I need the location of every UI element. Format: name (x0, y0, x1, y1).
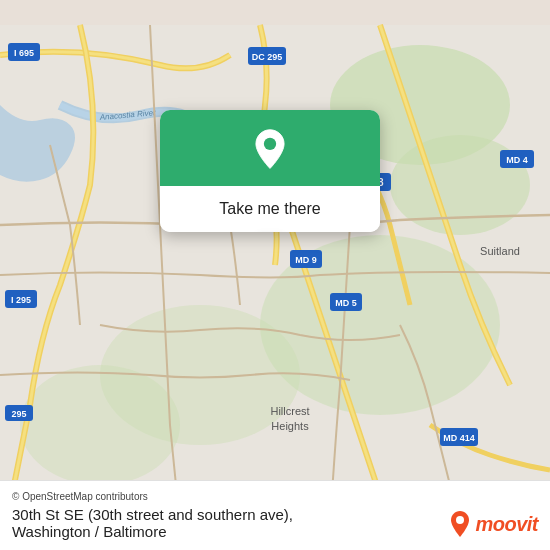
svg-text:Hillcrest: Hillcrest (270, 405, 309, 417)
osm-credit: © OpenStreetMap contributors (12, 491, 538, 502)
svg-point-30 (264, 138, 276, 150)
popup-green-area (160, 110, 380, 186)
location-address: 30th St SE (30th street and southern ave… (12, 506, 293, 523)
moovit-text: moovit (475, 513, 538, 536)
map-background: Anacostia River (0, 0, 550, 550)
svg-point-31 (456, 516, 464, 524)
location-city: Washington / Baltimore (12, 523, 167, 540)
svg-text:MD 4: MD 4 (506, 155, 528, 165)
location-pin-icon (248, 128, 292, 172)
svg-text:MD 9: MD 9 (295, 255, 317, 265)
svg-text:295: 295 (11, 409, 26, 419)
svg-point-5 (20, 365, 180, 485)
svg-text:Heights: Heights (271, 420, 309, 432)
svg-text:I 295: I 295 (11, 295, 31, 305)
bottom-bar: © OpenStreetMap contributors 30th St SE … (0, 480, 550, 550)
take-me-there-button[interactable]: Take me there (160, 186, 380, 232)
moovit-logo: moovit (449, 510, 538, 538)
map-container: Anacostia River (0, 0, 550, 550)
svg-text:Suitland: Suitland (480, 245, 520, 257)
svg-text:MD 5: MD 5 (335, 298, 357, 308)
popup-card: Take me there (160, 110, 380, 232)
moovit-pin-icon (449, 510, 471, 538)
svg-text:DC 295: DC 295 (252, 52, 283, 62)
svg-text:MD 414: MD 414 (443, 433, 475, 443)
svg-text:I 695: I 695 (14, 48, 34, 58)
